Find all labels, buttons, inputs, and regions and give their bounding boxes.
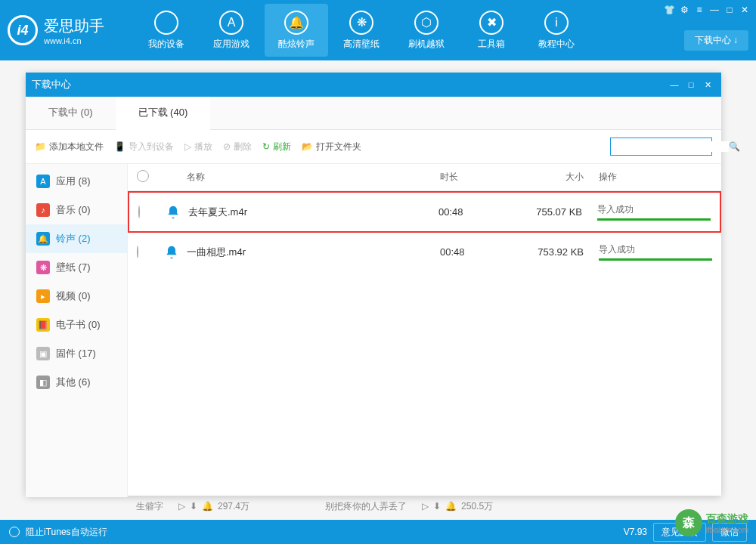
nav-toolbox[interactable]: ✖工具箱 — [460, 4, 523, 57]
ringtone-icon — [166, 205, 181, 220]
progress-bar — [597, 218, 711, 221]
download-icon[interactable]: ⬇ — [190, 501, 197, 512]
file-name: 一曲相思.m4r — [187, 246, 440, 259]
tools-icon: ✖ — [479, 11, 503, 35]
download-icon[interactable]: ⬇ — [433, 501, 441, 512]
open-folder-button[interactable]: 📂打开文件夹 — [302, 141, 361, 153]
wallpaper-icon: ❋ — [349, 11, 373, 35]
download-center-button[interactable]: 下载中心 ↓ — [684, 30, 748, 51]
bell-icon[interactable]: 🔔 — [202, 501, 213, 512]
logo-area: i4 爱思助手 www.i4.cn — [8, 15, 104, 45]
app-title: 爱思助手 — [44, 16, 104, 36]
itunes-toggle[interactable] — [9, 527, 20, 537]
bell-icon: 🔔 — [36, 232, 50, 246]
nav-apps[interactable]: A应用游戏 — [200, 4, 263, 57]
main-header: i4 爱思助手 www.i4.cn 我的设备 A应用游戏 🔔酷炫铃声 ❋高清壁纸… — [0, 0, 756, 60]
modal-title: 下载中心 — [32, 78, 71, 91]
row-checkbox[interactable] — [137, 246, 138, 258]
add-local-file-button[interactable]: 📁添加本地文件 — [35, 141, 104, 153]
close-icon[interactable]: ✕ — [738, 3, 751, 17]
shirt-icon[interactable]: 👕 — [662, 3, 676, 17]
track-name: 别把疼你的人弄丢了 — [325, 500, 407, 513]
modal-close-icon[interactable]: ✕ — [700, 77, 715, 92]
tab-downloaded[interactable]: 已下载 (40) — [116, 97, 211, 130]
folder-icon: 📁 — [35, 141, 46, 152]
sidebar-item-videos[interactable]: ▸视频 (0) — [26, 282, 127, 311]
phone-icon: 📱 — [114, 141, 125, 152]
search-icon[interactable]: 🔍 — [729, 141, 740, 152]
file-size: 755.07 KB — [522, 206, 597, 218]
background-track-row: 生僻字 ▷ ⬇ 🔔 297.4万 别把疼你的人弄丢了 ▷ ⬇ 🔔 250.5万 — [136, 497, 741, 515]
import-to-device-button[interactable]: 📱导入到设备 — [114, 141, 174, 153]
play-icon[interactable]: ▷ — [178, 501, 185, 512]
column-name: 名称 — [160, 171, 440, 184]
nav-wallpapers[interactable]: ❋高清壁纸 — [330, 4, 393, 57]
refresh-button[interactable]: ↻刷新 — [262, 141, 291, 153]
import-status: 导入成功 — [597, 203, 711, 216]
settings-icon[interactable]: ⚙ — [677, 3, 691, 17]
firmware-icon: ▣ — [36, 347, 50, 360]
maximize-icon[interactable]: □ — [723, 3, 736, 17]
count: 297.4万 — [218, 500, 249, 513]
modal-toolbar: 📁添加本地文件 📱导入到设备 ▷播放 ⊘删除 ↻刷新 📂打开文件夹 🔍 — [26, 130, 721, 164]
ringtone-icon — [164, 245, 179, 260]
nav-ringtones[interactable]: 🔔酷炫铃声 — [265, 4, 328, 57]
bell-icon[interactable]: 🔔 — [445, 501, 457, 512]
file-size: 753.92 KB — [523, 246, 599, 258]
main-nav: 我的设备 A应用游戏 🔔酷炫铃声 ❋高清壁纸 ⬡刷机越狱 ✖工具箱 i教程中心 — [135, 4, 588, 57]
app-icon: A — [36, 175, 50, 188]
tab-downloading[interactable]: 下载中 (0) — [26, 97, 116, 129]
sidebar-item-ringtones[interactable]: 🔔铃声 (2) — [26, 224, 127, 253]
play-button[interactable]: ▷播放 — [184, 141, 212, 153]
file-duration: 00:48 — [440, 246, 523, 258]
menu-icon[interactable]: ≡ — [692, 3, 706, 17]
wallpaper-icon: ❋ — [36, 261, 50, 274]
sidebar-item-other[interactable]: ◧其他 (6) — [26, 368, 127, 397]
watermark-title: 百森游戏 — [706, 512, 748, 526]
minimize-icon[interactable]: — — [708, 3, 721, 17]
table-row[interactable]: 去年夏天.m4r 00:48 755.07 KB 导入成功 — [128, 191, 721, 233]
column-duration: 时长 — [440, 171, 523, 184]
version-label: V7.93 — [624, 527, 647, 537]
nav-tutorials[interactable]: i教程中心 — [525, 4, 588, 57]
nav-my-device[interactable]: 我的设备 — [135, 4, 198, 57]
watermark-logo: 森 — [675, 509, 702, 536]
video-icon: ▸ — [36, 289, 50, 303]
folder-icon: 📂 — [302, 141, 313, 152]
modal-tabs: 下载中 (0) 已下载 (40) — [26, 97, 721, 130]
sidebar-item-wallpapers[interactable]: ❋壁纸 (7) — [26, 253, 127, 282]
file-duration: 00:48 — [438, 206, 522, 218]
file-list: 名称 时长 大小 操作 去年夏天.m4r 00:48 755.07 KB 导入成… — [128, 164, 721, 497]
progress-bar — [599, 258, 712, 261]
refresh-icon: ↻ — [262, 141, 270, 152]
apple-icon — [154, 11, 178, 35]
nav-jailbreak[interactable]: ⬡刷机越狱 — [395, 4, 458, 57]
app-icon: A — [219, 11, 243, 35]
box-icon: ⬡ — [414, 11, 438, 35]
track-name: 生僻字 — [136, 500, 163, 513]
sidebar-item-firmware[interactable]: ▣固件 (17) — [26, 339, 127, 368]
modal-maximize-icon[interactable]: □ — [683, 77, 699, 92]
sidebar-item-music[interactable]: ♪音乐 (0) — [26, 196, 127, 224]
sidebar-item-ebooks[interactable]: 📕电子书 (0) — [26, 311, 127, 339]
select-all-checkbox[interactable] — [137, 170, 149, 182]
count: 250.5万 — [461, 500, 493, 513]
play-icon[interactable]: ▷ — [422, 501, 429, 512]
other-icon: ◧ — [36, 376, 50, 389]
search-box[interactable]: 🔍 — [610, 138, 712, 156]
watermark: 森 百森游戏 ifbaisen.com — [675, 509, 748, 536]
table-row[interactable]: 一曲相思.m4r 00:48 753.92 KB 导入成功 — [128, 233, 721, 271]
book-icon: 📕 — [36, 318, 50, 332]
column-operation: 操作 — [599, 171, 712, 184]
search-input[interactable] — [615, 141, 729, 152]
play-icon: ▷ — [184, 141, 191, 152]
itunes-label: 阻止iTunes自动运行 — [26, 526, 107, 539]
modal-minimize-icon[interactable]: — — [667, 77, 682, 92]
row-checkbox[interactable] — [138, 206, 140, 218]
sidebar-item-apps[interactable]: A应用 (8) — [26, 167, 127, 196]
delete-button[interactable]: ⊘删除 — [223, 141, 252, 153]
watermark-url: ifbaisen.com — [706, 526, 748, 534]
table-header: 名称 时长 大小 操作 — [128, 164, 721, 191]
category-sidebar: A应用 (8) ♪音乐 (0) 🔔铃声 (2) ❋壁纸 (7) ▸视频 (0) … — [26, 164, 128, 497]
app-url: www.i4.cn — [44, 36, 104, 45]
